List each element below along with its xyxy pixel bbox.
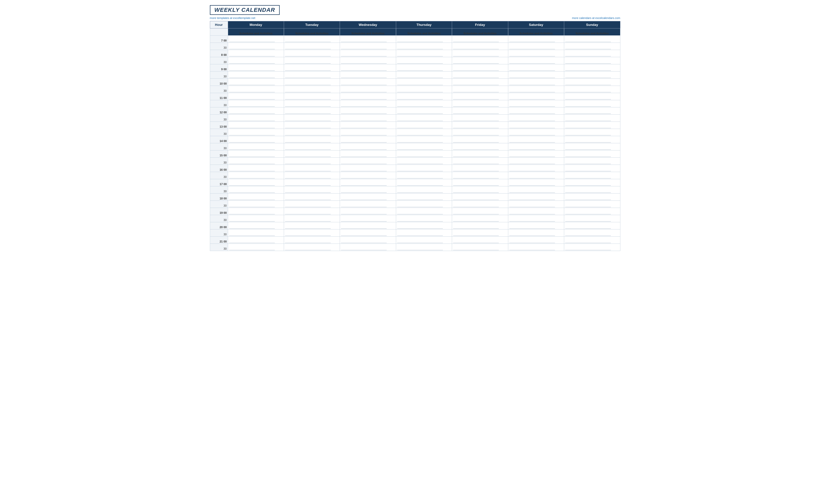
schedule-cell[interactable] bbox=[564, 100, 620, 107]
schedule-cell[interactable] bbox=[452, 114, 508, 122]
schedule-cell[interactable] bbox=[508, 50, 564, 57]
schedule-cell[interactable] bbox=[396, 229, 452, 237]
schedule-cell[interactable] bbox=[508, 229, 564, 237]
schedule-cell[interactable] bbox=[284, 71, 340, 79]
schedule-cell[interactable] bbox=[396, 122, 452, 129]
schedule-cell[interactable] bbox=[396, 179, 452, 187]
schedule-cell[interactable] bbox=[228, 100, 284, 107]
schedule-cell[interactable] bbox=[452, 122, 508, 129]
schedule-cell[interactable] bbox=[340, 143, 396, 150]
schedule-cell[interactable] bbox=[452, 179, 508, 187]
schedule-cell[interactable] bbox=[452, 201, 508, 208]
schedule-cell[interactable] bbox=[452, 64, 508, 71]
schedule-cell[interactable] bbox=[396, 93, 452, 100]
schedule-cell[interactable] bbox=[228, 107, 284, 114]
schedule-cell[interactable] bbox=[228, 143, 284, 150]
link-left[interactable]: more templates at exceltemplate.net bbox=[210, 16, 255, 20]
schedule-cell[interactable] bbox=[228, 86, 284, 93]
schedule-cell[interactable] bbox=[284, 136, 340, 143]
schedule-cell[interactable] bbox=[340, 187, 396, 194]
schedule-cell[interactable] bbox=[452, 50, 508, 57]
schedule-cell[interactable] bbox=[284, 129, 340, 136]
schedule-cell[interactable] bbox=[452, 165, 508, 172]
schedule-cell[interactable] bbox=[396, 172, 452, 179]
schedule-cell[interactable] bbox=[508, 122, 564, 129]
schedule-cell[interactable] bbox=[508, 143, 564, 150]
schedule-cell[interactable] bbox=[452, 100, 508, 107]
schedule-cell[interactable] bbox=[508, 244, 564, 251]
schedule-cell[interactable] bbox=[396, 36, 452, 43]
schedule-cell[interactable] bbox=[396, 114, 452, 122]
schedule-cell[interactable] bbox=[396, 187, 452, 194]
schedule-cell[interactable] bbox=[396, 129, 452, 136]
schedule-cell[interactable] bbox=[452, 215, 508, 222]
schedule-cell[interactable] bbox=[228, 201, 284, 208]
schedule-cell[interactable] bbox=[508, 172, 564, 179]
schedule-cell[interactable] bbox=[508, 107, 564, 114]
schedule-cell[interactable] bbox=[284, 215, 340, 222]
schedule-cell[interactable] bbox=[228, 57, 284, 64]
schedule-cell[interactable] bbox=[564, 244, 620, 251]
schedule-cell[interactable] bbox=[396, 244, 452, 251]
schedule-cell[interactable] bbox=[452, 129, 508, 136]
schedule-cell[interactable] bbox=[508, 208, 564, 215]
schedule-cell[interactable] bbox=[340, 93, 396, 100]
schedule-cell[interactable] bbox=[396, 107, 452, 114]
schedule-cell[interactable] bbox=[340, 86, 396, 93]
schedule-cell[interactable] bbox=[508, 129, 564, 136]
schedule-cell[interactable] bbox=[508, 93, 564, 100]
schedule-cell[interactable] bbox=[508, 150, 564, 158]
schedule-cell[interactable] bbox=[340, 122, 396, 129]
schedule-cell[interactable] bbox=[284, 150, 340, 158]
schedule-cell[interactable] bbox=[452, 86, 508, 93]
schedule-cell[interactable] bbox=[284, 114, 340, 122]
schedule-cell[interactable] bbox=[228, 36, 284, 43]
schedule-cell[interactable] bbox=[508, 158, 564, 165]
schedule-cell[interactable] bbox=[340, 208, 396, 215]
schedule-cell[interactable] bbox=[228, 158, 284, 165]
schedule-cell[interactable] bbox=[564, 172, 620, 179]
schedule-cell[interactable] bbox=[340, 71, 396, 79]
schedule-cell[interactable] bbox=[508, 43, 564, 50]
schedule-cell[interactable] bbox=[452, 107, 508, 114]
schedule-cell[interactable] bbox=[508, 64, 564, 71]
schedule-cell[interactable] bbox=[340, 150, 396, 158]
schedule-cell[interactable] bbox=[228, 179, 284, 187]
schedule-cell[interactable] bbox=[284, 79, 340, 86]
schedule-cell[interactable] bbox=[284, 187, 340, 194]
schedule-cell[interactable] bbox=[564, 107, 620, 114]
schedule-cell[interactable] bbox=[508, 215, 564, 222]
schedule-cell[interactable] bbox=[340, 107, 396, 114]
schedule-cell[interactable] bbox=[340, 129, 396, 136]
schedule-cell[interactable] bbox=[396, 150, 452, 158]
schedule-cell[interactable] bbox=[452, 93, 508, 100]
schedule-cell[interactable] bbox=[228, 165, 284, 172]
schedule-cell[interactable] bbox=[284, 64, 340, 71]
schedule-cell[interactable] bbox=[396, 222, 452, 229]
schedule-cell[interactable] bbox=[284, 229, 340, 237]
schedule-cell[interactable] bbox=[228, 50, 284, 57]
schedule-cell[interactable] bbox=[396, 136, 452, 143]
schedule-cell[interactable] bbox=[340, 215, 396, 222]
schedule-cell[interactable] bbox=[396, 165, 452, 172]
schedule-cell[interactable] bbox=[452, 229, 508, 237]
schedule-cell[interactable] bbox=[452, 158, 508, 165]
schedule-cell[interactable] bbox=[396, 100, 452, 107]
schedule-cell[interactable] bbox=[340, 50, 396, 57]
schedule-cell[interactable] bbox=[564, 229, 620, 237]
schedule-cell[interactable] bbox=[396, 86, 452, 93]
schedule-cell[interactable] bbox=[284, 237, 340, 244]
schedule-cell[interactable] bbox=[228, 43, 284, 50]
schedule-cell[interactable] bbox=[564, 201, 620, 208]
schedule-cell[interactable] bbox=[564, 208, 620, 215]
schedule-cell[interactable] bbox=[508, 136, 564, 143]
schedule-cell[interactable] bbox=[396, 143, 452, 150]
schedule-cell[interactable] bbox=[340, 36, 396, 43]
schedule-cell[interactable] bbox=[564, 165, 620, 172]
schedule-cell[interactable] bbox=[340, 64, 396, 71]
schedule-cell[interactable] bbox=[228, 187, 284, 194]
schedule-cell[interactable] bbox=[508, 194, 564, 201]
schedule-cell[interactable] bbox=[564, 71, 620, 79]
schedule-cell[interactable] bbox=[228, 194, 284, 201]
schedule-cell[interactable] bbox=[452, 222, 508, 229]
